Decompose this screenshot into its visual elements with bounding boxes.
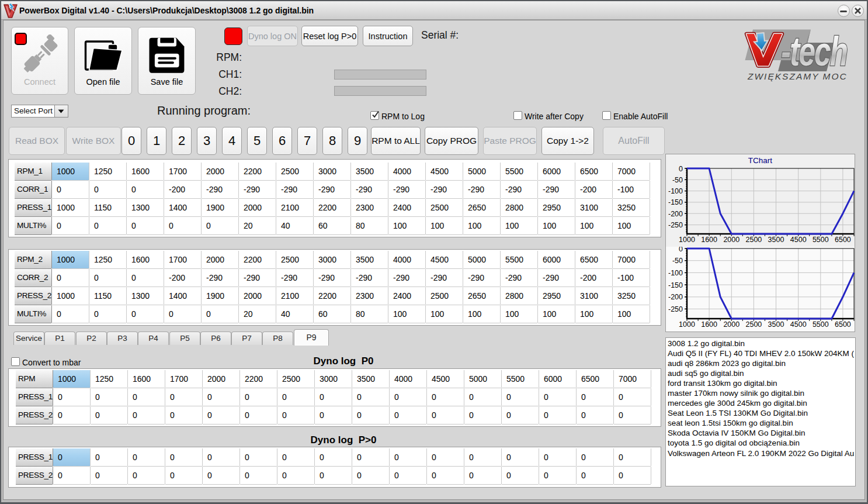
- svg-text:-200: -200: [668, 293, 683, 301]
- svg-text:-50: -50: [672, 176, 683, 184]
- svg-text:6500: 6500: [835, 236, 851, 244]
- svg-text:-150: -150: [668, 281, 683, 289]
- svg-text:TChart: TChart: [748, 156, 773, 165]
- svg-text:ZWIĘKSZAMY MOC: ZWIĘKSZAMY MOC: [747, 71, 848, 81]
- svg-text:0: 0: [679, 247, 683, 253]
- svg-text:1600: 1600: [701, 236, 717, 244]
- svg-text:3500: 3500: [768, 236, 784, 244]
- svg-text:1600: 1600: [701, 320, 717, 329]
- svg-text:2000: 2000: [723, 320, 739, 329]
- svg-text:1000: 1000: [679, 320, 695, 329]
- svg-text:-150: -150: [668, 198, 683, 206]
- svg-text:5500: 5500: [813, 236, 829, 244]
- svg-text:-tech: -tech: [781, 28, 847, 74]
- svg-text:2000: 2000: [723, 236, 739, 244]
- svg-text:-50: -50: [672, 257, 683, 265]
- svg-text:3500: 3500: [768, 320, 784, 329]
- svg-text:1000: 1000: [679, 236, 695, 244]
- svg-text:-100: -100: [668, 187, 683, 195]
- svg-text:6500: 6500: [835, 320, 851, 329]
- svg-text:2500: 2500: [745, 320, 762, 329]
- svg-text:-100: -100: [668, 269, 683, 277]
- svg-text:4500: 4500: [790, 236, 807, 244]
- svg-text:5500: 5500: [813, 320, 829, 329]
- svg-text:2500: 2500: [745, 236, 762, 244]
- svg-text:0: 0: [679, 165, 683, 173]
- svg-text:-200: -200: [668, 210, 683, 218]
- svg-text:-250: -250: [668, 305, 683, 313]
- svg-text:4500: 4500: [790, 320, 807, 329]
- svg-text:-250: -250: [668, 221, 683, 229]
